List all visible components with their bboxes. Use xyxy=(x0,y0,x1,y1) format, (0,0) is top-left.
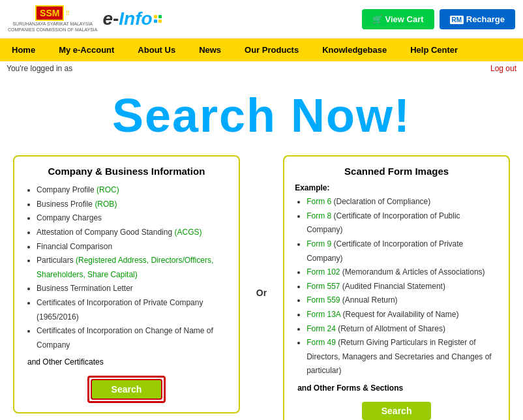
logo-area: SSM ⠿ SURUHANJAYA SYARIKAT MALAYSIACOMPA… xyxy=(8,5,162,33)
form13a-link[interactable]: Form 13A xyxy=(306,310,340,319)
example-label: Example: xyxy=(295,183,498,192)
company-info-list: Company Profile (ROC) Business Profile (… xyxy=(25,183,228,352)
einfo-e: e xyxy=(102,8,113,29)
search-hero: Search Now! xyxy=(0,76,523,149)
nav-help[interactable]: Help Center xyxy=(398,38,470,61)
other-certificates: and Other Certificates xyxy=(27,357,228,367)
search-highlight-border: Search xyxy=(87,376,166,403)
company-info-box: Company & Business Information Company P… xyxy=(13,155,240,413)
scanned-forms-title: Scanned Form Images xyxy=(295,166,498,177)
list-item: Form 13A (Request for Availability of Na… xyxy=(306,308,498,322)
or-label: Or xyxy=(253,288,270,298)
header-buttons: 🛒 View Cart RM Recharge xyxy=(362,9,515,29)
list-item: Form 6 (Declaration of Compliance) xyxy=(306,195,498,209)
ssm-subtitle: SURUHANJAYA SYARIKAT MALAYSIACOMPANIES C… xyxy=(8,21,97,33)
left-search-area: Search xyxy=(25,376,228,403)
main-content: Company & Business Information Company P… xyxy=(0,149,523,420)
nav-knowledge[interactable]: Knowledgebase xyxy=(310,38,398,61)
ssm-badge: SSM xyxy=(35,5,64,21)
acgs-link[interactable]: (ACGS) xyxy=(174,228,202,237)
list-item: Form 8 (Certificate of Incorporation of … xyxy=(306,209,498,237)
form49-link[interactable]: Form 49 xyxy=(306,338,336,347)
form8-link[interactable]: Form 8 xyxy=(306,211,331,220)
viewcart-button[interactable]: 🛒 View Cart xyxy=(362,9,434,29)
other-forms: and Other Forms & Sections xyxy=(297,383,498,393)
list-item: Company Profile (ROC) xyxy=(37,183,228,198)
list-item: Company Charges xyxy=(37,211,228,226)
einfo-dots xyxy=(154,15,162,23)
list-item: Particulars (Registered Address, Directo… xyxy=(37,254,228,282)
nav-home[interactable]: Home xyxy=(0,38,47,61)
list-item: Form 49 (Return Giving Particulars in Re… xyxy=(306,336,498,378)
scanned-forms-box: Scanned Form Images Example: Form 6 (Dec… xyxy=(283,155,510,420)
navbar: Home My e-Account About Us News Our Prod… xyxy=(0,38,523,61)
nav-products[interactable]: Our Products xyxy=(233,38,310,61)
form9-link[interactable]: Form 9 xyxy=(306,239,331,248)
rm-icon: RM xyxy=(450,16,464,24)
list-item: Form 102 (Memorandum & Articles of Assoc… xyxy=(306,265,498,280)
list-item: Form 9 (Certificate of Incorporation of … xyxy=(306,237,498,265)
form6-link[interactable]: Form 6 xyxy=(306,197,331,206)
form102-link[interactable]: Form 102 xyxy=(306,267,340,277)
list-item: Form 557 (Audited Financial Statement) xyxy=(306,280,498,294)
form24-link[interactable]: Form 24 xyxy=(306,324,336,333)
left-search-button[interactable]: Search xyxy=(91,379,163,400)
rob-link[interactable]: (ROB) xyxy=(95,200,117,209)
einfo-info: Info xyxy=(119,8,152,29)
list-item: Form 24 (Return of Allotment of Shares) xyxy=(306,322,498,337)
header: SSM ⠿ SURUHANJAYA SYARIKAT MALAYSIACOMPA… xyxy=(0,0,523,38)
nav-aboutus[interactable]: About Us xyxy=(126,38,187,61)
particulars-link[interactable]: (Registered Address, Directors/Officers,… xyxy=(37,256,213,279)
viewcart-label: View Cart xyxy=(385,14,424,24)
cart-icon: 🛒 xyxy=(372,14,383,24)
logout-link[interactable]: Log out xyxy=(490,64,516,73)
nav-myaccount[interactable]: My e-Account xyxy=(47,38,126,61)
list-item: Financial Comparison xyxy=(37,240,228,254)
list-item: Form 559 (Annual Return) xyxy=(306,293,498,308)
form557-link[interactable]: Form 557 xyxy=(306,282,340,291)
form559-link[interactable]: Form 559 xyxy=(306,295,340,305)
ssm-dots: ⠿ xyxy=(65,10,70,17)
einfo-logo: e - Info xyxy=(102,8,161,29)
list-item: Certificates of Incorporation of Private… xyxy=(37,296,228,324)
list-item: Attestation of Company Good Standing (AC… xyxy=(37,226,228,240)
ssm-logo: SSM ⠿ SURUHANJAYA SYARIKAT MALAYSIACOMPA… xyxy=(8,5,97,33)
recharge-label: Recharge xyxy=(466,14,505,24)
nav-news[interactable]: News xyxy=(187,38,233,61)
loginbar: You're logged in as Log out xyxy=(0,61,523,76)
list-item: Business Profile (ROB) xyxy=(37,198,228,212)
roc-link[interactable]: (ROC) xyxy=(97,185,119,194)
list-item: Business Termination Letter xyxy=(37,282,228,296)
right-search-button[interactable]: Search xyxy=(362,402,432,420)
search-now-title: Search Now! xyxy=(7,89,516,142)
logged-in-text: You're logged in as xyxy=(7,64,72,73)
scanned-forms-list: Form 6 (Declaration of Compliance) Form … xyxy=(295,195,498,378)
right-search-area: Search xyxy=(295,402,498,420)
einfo-dash: - xyxy=(113,8,119,29)
list-item: Certificates of Incorporation on Change … xyxy=(37,324,228,352)
recharge-button[interactable]: RM Recharge xyxy=(440,9,515,29)
company-info-title: Company & Business Information xyxy=(25,166,228,177)
